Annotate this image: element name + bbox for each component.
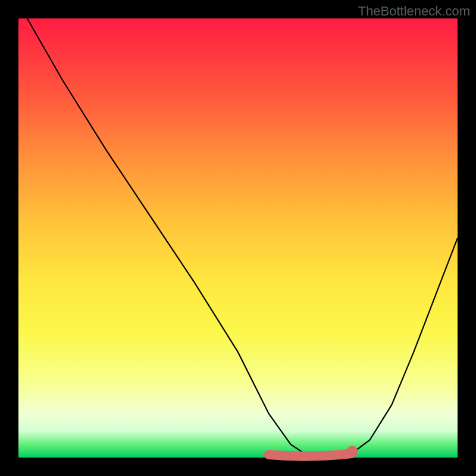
watermark-text: TheBottleneck.com: [358, 4, 470, 19]
highlight-band: [269, 453, 352, 456]
chart-container: TheBottleneck.com: [0, 0, 476, 476]
highlight-dot: [347, 446, 358, 456]
bottleneck-curve: [27, 18, 458, 455]
chart-overlay: [18, 18, 458, 458]
